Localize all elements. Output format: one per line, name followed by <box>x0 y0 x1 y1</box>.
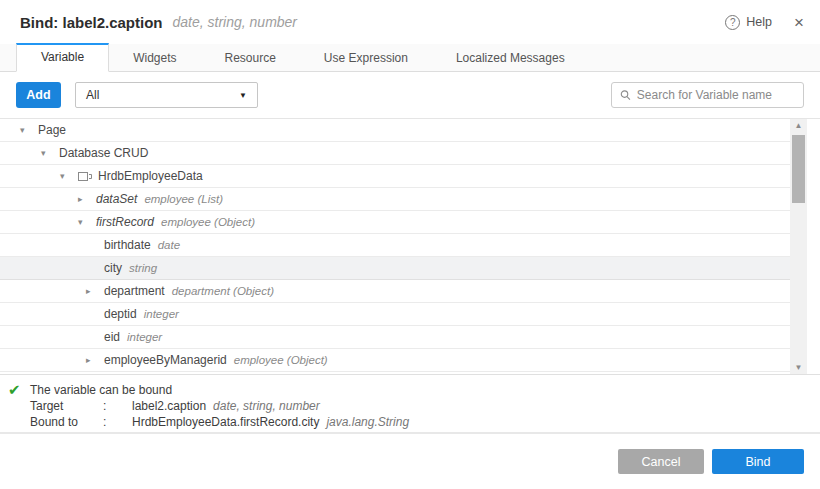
tab-use-expression[interactable]: Use Expression <box>300 45 432 72</box>
tree-item-department[interactable]: ▸departmentdepartment (Object) <box>0 280 790 303</box>
tree-item-firstrecord[interactable]: ▾firstRecordemployee (Object) <box>0 211 790 234</box>
tree-item-label: employeeByManagerid <box>104 353 227 367</box>
tree-item-hrdbemployeedata[interactable]: ▾HrdbEmployeeData <box>0 165 790 188</box>
chevron-down-icon: ▼ <box>239 91 247 100</box>
tree-item-label: Database CRUD <box>59 146 148 160</box>
chevron-right-icon[interactable]: ▸ <box>86 355 104 365</box>
toolbar: Add All ▼ <box>0 72 820 119</box>
dialog-header: Bind: label2.caption date, string, numbe… <box>0 0 820 44</box>
tree-item-type: employee (List) <box>144 193 223 205</box>
tree-item-dataset[interactable]: ▸dataSetemployee (List) <box>0 188 790 211</box>
tree-item-database-crud[interactable]: ▾Database CRUD <box>0 142 790 165</box>
tree-item-type: date <box>158 239 180 251</box>
bind-button[interactable]: Bind <box>712 449 804 474</box>
chevron-right-icon[interactable]: ▸ <box>78 194 96 204</box>
chevron-down-icon[interactable]: ▾ <box>78 217 96 227</box>
tree-item-type: employee (Object) <box>234 354 328 366</box>
tree-item-birthdate[interactable]: birthdatedate <box>0 234 790 257</box>
scrollbar-down-icon[interactable]: ▼ <box>790 361 807 375</box>
tree-item-eid[interactable]: eidinteger <box>0 326 790 349</box>
tab-resource[interactable]: Resource <box>201 45 300 72</box>
status-target-row: Target : label2.caption date, string, nu… <box>30 398 409 414</box>
status-panel: ✔ The variable can be bound Target : lab… <box>0 375 820 432</box>
search-icon <box>620 89 631 101</box>
help-icon[interactable]: ? <box>725 15 740 30</box>
scrollbar[interactable]: ▲ ▼ <box>790 119 807 375</box>
tree-item-label: firstRecord <box>96 215 154 229</box>
dialog-footer: Cancel Bind <box>0 434 820 489</box>
tab-bar: Variable Widgets Resource Use Expression… <box>0 44 820 72</box>
scrollbar-up-icon[interactable]: ▲ <box>790 119 807 133</box>
tree-item-page[interactable]: ▾Page <box>0 119 790 142</box>
chevron-down-icon[interactable]: ▾ <box>60 171 78 181</box>
chevron-down-icon[interactable]: ▾ <box>20 125 38 135</box>
tree-item-deptid[interactable]: deptidinteger <box>0 303 790 326</box>
dialog-subtitle: date, string, number <box>173 14 298 30</box>
tree-item-label: deptid <box>104 307 137 321</box>
status-message: The variable can be bound <box>30 382 409 398</box>
tree-item-label: dataSet <box>96 192 137 206</box>
variable-tree: ▾Page▾Database CRUD▾HrdbEmployeeData▸dat… <box>0 119 820 375</box>
cancel-button[interactable]: Cancel <box>618 449 704 474</box>
filter-dropdown-value: All <box>86 88 99 102</box>
filter-dropdown[interactable]: All ▼ <box>75 82 258 108</box>
success-check-icon: ✔ <box>8 381 30 399</box>
help-button[interactable]: ? Help <box>725 15 772 30</box>
tab-localized-messages[interactable]: Localized Messages <box>432 45 589 72</box>
tree-item-type: employee (Object) <box>161 216 255 228</box>
close-icon[interactable]: × <box>794 14 804 31</box>
boundto-colon: : <box>103 414 132 430</box>
dialog-title: Bind: label2.caption <box>20 14 163 31</box>
tree-item-type: integer <box>127 331 162 343</box>
tree-item-type: string <box>129 262 157 274</box>
boundto-type: java.lang.String <box>326 414 409 430</box>
tree-item-label: department <box>104 284 165 298</box>
tree-item-label: city <box>104 261 122 275</box>
search-box[interactable] <box>611 82 804 108</box>
target-label: Target <box>30 398 103 414</box>
status-message-text: The variable can be bound <box>30 382 172 398</box>
help-label[interactable]: Help <box>746 15 772 29</box>
tree-item-label: Page <box>38 123 66 137</box>
target-colon: : <box>103 398 132 414</box>
target-value: label2.caption <box>132 398 206 414</box>
service-variable-icon <box>78 171 92 182</box>
tab-widgets[interactable]: Widgets <box>109 45 200 72</box>
tree-item-label: HrdbEmployeeData <box>98 169 203 183</box>
tree-item-city[interactable]: citystring <box>0 257 790 280</box>
search-input[interactable] <box>637 88 795 102</box>
chevron-right-icon[interactable]: ▸ <box>86 286 104 296</box>
tree-item-label: eid <box>104 330 120 344</box>
target-type: date, string, number <box>213 398 320 414</box>
tree-item-type: integer <box>144 308 179 320</box>
status-boundto-row: Bound to : HrdbEmployeeData.firstRecord.… <box>30 414 409 430</box>
bind-dialog: Bind: label2.caption date, string, numbe… <box>0 0 820 489</box>
tab-variable[interactable]: Variable <box>16 43 109 72</box>
boundto-value: HrdbEmployeeData.firstRecord.city <box>132 414 319 430</box>
tree-item-label: birthdate <box>104 238 151 252</box>
scrollbar-thumb[interactable] <box>792 135 805 203</box>
tree-item-type: department (Object) <box>172 285 274 297</box>
boundto-label: Bound to <box>30 414 103 430</box>
chevron-down-icon[interactable]: ▾ <box>41 148 59 158</box>
add-button[interactable]: Add <box>16 82 61 108</box>
tree-item-employeebymanagerid[interactable]: ▸employeeByManageridemployee (Object) <box>0 349 790 372</box>
